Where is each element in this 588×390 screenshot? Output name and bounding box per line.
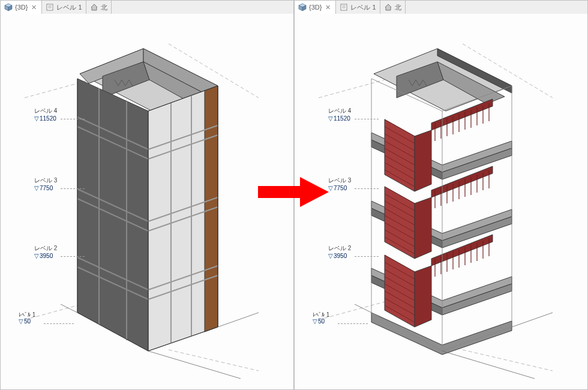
- level-label: ﾚﾍﾞﾙ 150: [19, 311, 35, 325]
- svg-line-48: [463, 350, 553, 371]
- tab-3d-left[interactable]: {3D} ✕: [1, 1, 42, 14]
- cube-icon: [298, 3, 307, 11]
- svg-marker-44: [385, 4, 391, 10]
- tab-north-left[interactable]: 北: [86, 1, 112, 14]
- svg-line-45: [319, 80, 385, 98]
- sheet-icon: [340, 3, 348, 11]
- left-3d-canvas[interactable]: レベル 411520 レベル 37750 レベル 23950 ﾚﾍﾞﾙ 150: [1, 14, 293, 389]
- level-label: レベル 23950: [328, 244, 351, 259]
- right-3d-canvas[interactable]: レベル 411520 レベル 37750 レベル 23950 ﾚﾍﾞﾙ 150: [295, 14, 587, 389]
- level-label: レベル 411520: [328, 107, 351, 122]
- sheet-icon: [46, 3, 54, 11]
- level-label: ﾚﾍﾞﾙ 150: [313, 311, 329, 325]
- right-view-pane: {3D} ✕ レベル 1 北: [294, 0, 588, 390]
- svg-marker-6: [91, 4, 97, 10]
- close-icon[interactable]: ✕: [324, 4, 332, 11]
- tab-3d-label: {3D}: [309, 4, 322, 11]
- cube-icon: [4, 3, 13, 11]
- svg-marker-64: [415, 266, 431, 327]
- level-label: レベル 37750: [34, 176, 57, 191]
- close-icon[interactable]: ✕: [30, 4, 38, 11]
- svg-rect-41: [341, 4, 347, 10]
- svg-marker-62: [371, 313, 512, 355]
- svg-marker-77: [415, 197, 431, 259]
- tab-level1-left[interactable]: レベル 1: [42, 1, 86, 14]
- svg-line-37: [218, 313, 259, 327]
- tab-3d-right[interactable]: {3D} ✕: [295, 1, 336, 14]
- tabstrip-left: {3D} ✕ レベル 1 北: [1, 1, 293, 14]
- level-label: レベル 411520: [34, 107, 57, 122]
- tab-level1-label: レベル 1: [56, 3, 82, 12]
- svg-line-129: [512, 313, 553, 327]
- tab-north-right[interactable]: 北: [380, 1, 406, 14]
- level-label: レベル 37750: [328, 176, 351, 191]
- tab-north-label: 北: [395, 3, 401, 12]
- svg-line-10: [169, 350, 259, 371]
- tab-level1-label: レベル 1: [350, 3, 376, 12]
- svg-line-127: [355, 304, 371, 313]
- svg-line-35: [61, 304, 77, 313]
- tab-north-label: 北: [101, 3, 107, 12]
- home-icon: [90, 3, 98, 11]
- tab-level1-right[interactable]: レベル 1: [336, 1, 380, 14]
- tab-3d-label: {3D}: [15, 4, 28, 11]
- svg-marker-90: [415, 130, 431, 191]
- svg-line-36: [148, 351, 241, 379]
- level-label: レベル 23950: [34, 244, 57, 259]
- left-view-pane: {3D} ✕ レベル 1 北: [0, 0, 294, 390]
- svg-rect-3: [47, 4, 53, 10]
- svg-line-128: [442, 351, 535, 379]
- home-icon: [384, 3, 392, 11]
- tabstrip-right: {3D} ✕ レベル 1 北: [295, 1, 587, 14]
